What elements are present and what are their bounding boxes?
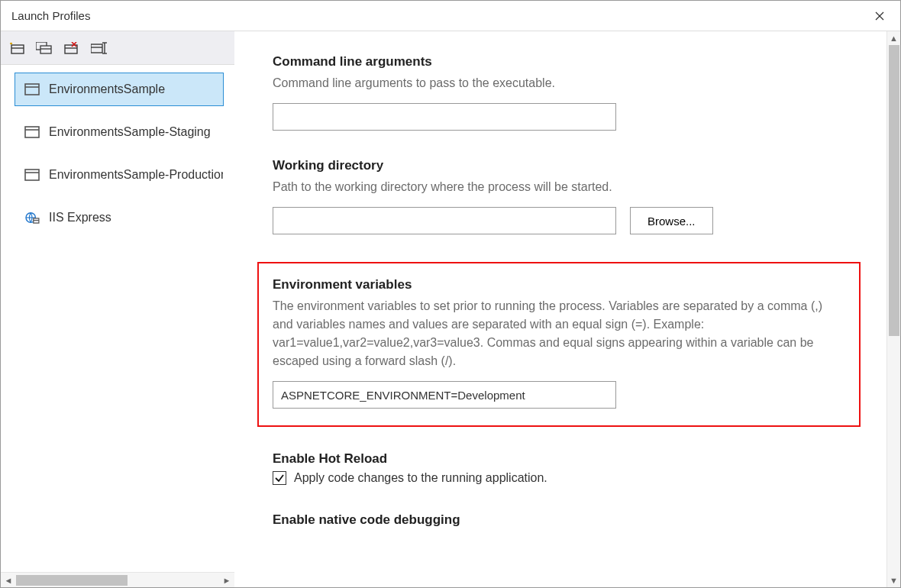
checkmark-icon — [274, 473, 285, 483]
profile-item-label: IIS Express — [49, 211, 111, 225]
section-title: Environment variables — [273, 277, 845, 292]
scroll-track[interactable] — [889, 45, 899, 573]
command-line-arguments-input[interactable] — [273, 103, 616, 131]
scroll-up-arrow[interactable]: ▲ — [890, 31, 898, 45]
scroll-thumb[interactable] — [16, 575, 128, 586]
rename-profile-icon — [91, 42, 108, 54]
app-icon — [24, 126, 40, 138]
profile-item-iis-express[interactable]: IIS Express — [15, 201, 224, 234]
section-native-debugging: Enable native code debugging — [273, 512, 859, 528]
profile-item-label: EnvironmentsSample-Staging — [49, 125, 211, 139]
svg-rect-5 — [40, 46, 51, 53]
section-description: Command line arguments to pass to the ex… — [273, 74, 859, 92]
section-title: Enable Hot Reload — [273, 451, 859, 467]
titlebar: Launch Profiles — [1, 1, 900, 31]
svg-rect-11 — [91, 44, 102, 53]
dialog-title: Launch Profiles — [11, 9, 90, 22]
rename-profile-button[interactable] — [91, 40, 108, 57]
section-description: Path to the working directory where the … — [273, 178, 859, 196]
close-button[interactable] — [862, 4, 897, 28]
duplicate-profile-icon — [36, 42, 53, 54]
scroll-left-arrow[interactable]: ◄ — [1, 573, 16, 588]
profile-list: EnvironmentsSample EnvironmentsSample-St… — [1, 65, 234, 572]
dialog-body: EnvironmentsSample EnvironmentsSample-St… — [1, 31, 900, 587]
profile-item-environmentssample-staging[interactable]: EnvironmentsSample-Staging — [15, 115, 224, 149]
environment-variables-input[interactable] — [273, 381, 616, 409]
profile-item-environmentssample-production[interactable]: EnvironmentsSample-Production — [15, 158, 224, 192]
scroll-track[interactable] — [16, 575, 219, 586]
section-working-directory: Working directory Path to the working di… — [273, 158, 859, 234]
app-icon — [24, 83, 40, 95]
browse-button[interactable]: Browse... — [630, 207, 713, 234]
profile-item-label: EnvironmentsSample — [49, 82, 165, 96]
profile-item-label: EnvironmentsSample-Production — [49, 168, 224, 182]
sidebar-horizontal-scrollbar[interactable]: ◄ ► — [1, 572, 234, 587]
working-directory-input[interactable] — [273, 207, 616, 234]
section-title: Command line arguments — [273, 54, 859, 69]
section-description: The environment variables to set prior t… — [273, 297, 845, 370]
svg-rect-18 — [25, 127, 39, 137]
delete-profile-button[interactable] — [63, 40, 80, 57]
svg-rect-16 — [25, 84, 39, 95]
section-environment-variables-highlight: Environment variables The environment va… — [257, 262, 861, 427]
section-title: Enable native code debugging — [273, 512, 859, 528]
duplicate-profile-button[interactable] — [36, 40, 53, 57]
sidebar-toolbar — [1, 31, 234, 65]
hot-reload-checkbox[interactable] — [273, 471, 286, 485]
content-vertical-scrollbar[interactable]: ▲ ▼ — [886, 31, 900, 587]
section-hot-reload: Enable Hot Reload Apply code changes to … — [273, 451, 859, 485]
profile-item-environmentssample[interactable]: EnvironmentsSample — [15, 73, 224, 106]
sidebar: EnvironmentsSample EnvironmentsSample-St… — [1, 31, 234, 587]
new-profile-button[interactable] — [8, 40, 25, 57]
svg-rect-2 — [11, 45, 24, 53]
iis-icon — [24, 212, 40, 224]
scroll-right-arrow[interactable]: ► — [219, 573, 234, 588]
svg-rect-20 — [25, 170, 39, 180]
section-title: Working directory — [273, 158, 859, 173]
hot-reload-checkbox-label: Apply code changes to the running applic… — [294, 471, 547, 485]
close-icon — [875, 11, 884, 21]
scroll-thumb[interactable] — [889, 45, 899, 336]
content-wrap: Command line arguments Command line argu… — [234, 31, 900, 587]
delete-profile-icon — [64, 42, 79, 54]
launch-profiles-dialog: Launch Profiles — [0, 0, 901, 588]
settings-content: Command line arguments Command line argu… — [234, 31, 885, 587]
scroll-down-arrow[interactable]: ▼ — [890, 573, 898, 587]
app-icon — [24, 169, 40, 181]
section-command-line-arguments: Command line arguments Command line argu… — [273, 54, 859, 131]
new-profile-icon — [9, 42, 24, 54]
